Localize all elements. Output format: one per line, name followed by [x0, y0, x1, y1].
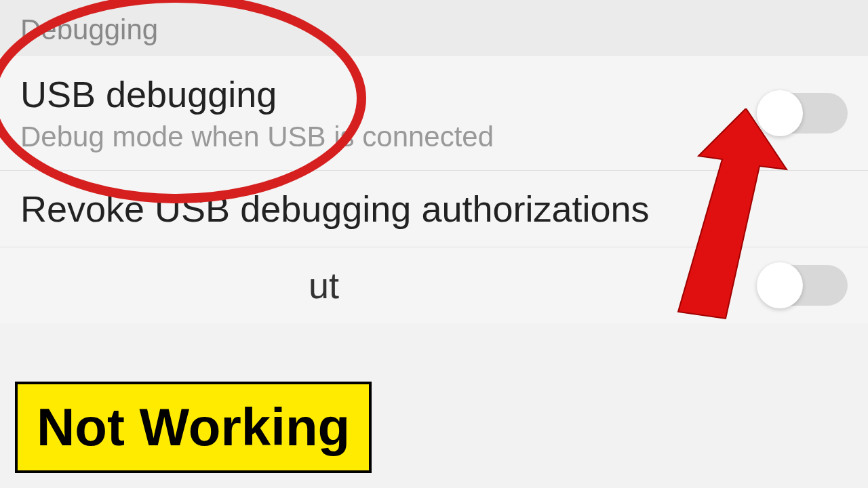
not-working-text: Not Working — [37, 397, 350, 457]
section-header: Debugging — [0, 0, 868, 56]
toggle-knob — [757, 90, 803, 136]
setting-revoke-authorizations[interactable]: Revoke USB debugging authorizations — [0, 171, 868, 247]
usb-debugging-toggle[interactable] — [760, 93, 848, 134]
setting-usb-debugging[interactable]: USB debugging Debug mode when USB is con… — [0, 56, 868, 171]
setting-title: Revoke USB debugging authorizations — [20, 188, 848, 230]
partial-toggle[interactable] — [760, 265, 848, 306]
toggle-knob — [757, 262, 803, 308]
setting-text-block: Revoke USB debugging authorizations — [20, 188, 848, 230]
setting-subtitle: Debug mode when USB is connected — [20, 121, 760, 153]
section-header-text: Debugging — [20, 14, 848, 46]
partial-setting-text: ut — [309, 264, 339, 306]
setting-partial-row[interactable]: ut — [0, 247, 868, 323]
setting-text-block: USB debugging Debug mode when USB is con… — [20, 73, 760, 153]
setting-title: USB debugging — [20, 73, 760, 115]
not-working-label: Not Working — [15, 382, 372, 473]
